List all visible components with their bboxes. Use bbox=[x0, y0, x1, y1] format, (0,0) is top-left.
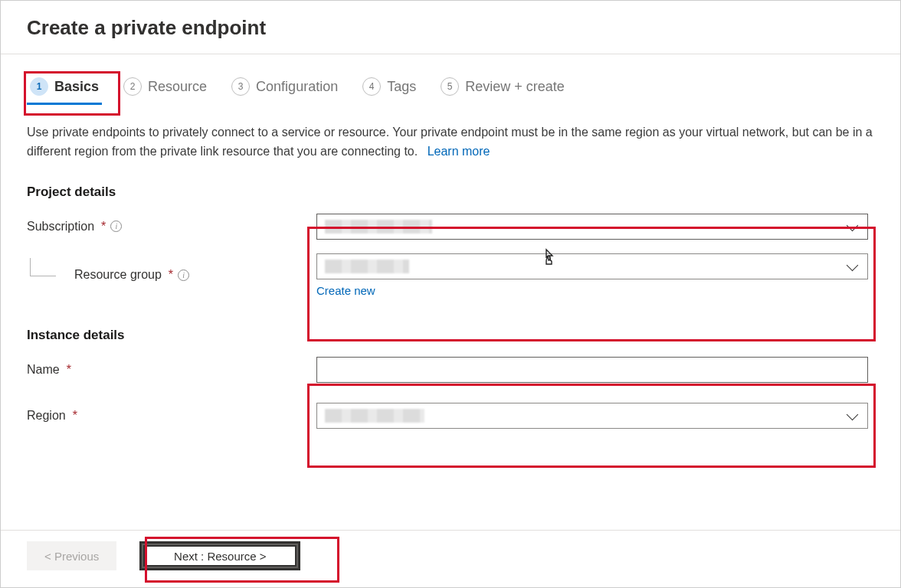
region-select[interactable] bbox=[316, 403, 868, 429]
subscription-select[interactable] bbox=[316, 214, 868, 240]
tab-label: Tags bbox=[387, 79, 416, 95]
chevron-down-icon bbox=[847, 413, 858, 420]
tab-resource[interactable]: 2 Resource bbox=[120, 73, 210, 103]
tab-tags[interactable]: 4 Tags bbox=[359, 73, 419, 103]
name-label: Name bbox=[27, 363, 60, 377]
chevron-down-icon bbox=[847, 264, 858, 270]
redacted-value bbox=[325, 409, 424, 423]
page-description: Use private endpoints to privately conne… bbox=[27, 123, 874, 162]
learn-more-link[interactable]: Learn more bbox=[428, 142, 490, 162]
step-number: 5 bbox=[441, 77, 459, 96]
tab-configuration[interactable]: 3 Configuration bbox=[228, 73, 341, 103]
tab-label: Resource bbox=[148, 79, 207, 95]
info-icon[interactable]: i bbox=[110, 220, 122, 232]
required-asterisk: * bbox=[67, 363, 71, 377]
subscription-label: Subscription bbox=[27, 220, 94, 234]
tab-basics[interactable]: 1 Basics bbox=[27, 73, 102, 103]
previous-button: < Previous bbox=[27, 541, 116, 570]
step-number: 2 bbox=[123, 77, 142, 96]
step-number: 1 bbox=[30, 77, 48, 96]
next-resource-button[interactable]: Next : Resource > bbox=[139, 541, 300, 570]
redacted-value bbox=[325, 260, 409, 273]
chevron-down-icon bbox=[847, 224, 858, 230]
section-instance-details: Instance details bbox=[27, 328, 874, 343]
redacted-value bbox=[325, 220, 432, 234]
tab-label: Basics bbox=[54, 79, 99, 95]
required-asterisk: * bbox=[73, 409, 77, 423]
resource-group-select[interactable] bbox=[316, 253, 868, 279]
required-asterisk: * bbox=[169, 268, 173, 282]
required-asterisk: * bbox=[101, 220, 106, 234]
tab-review-create[interactable]: 5 Review + create bbox=[437, 73, 568, 103]
info-icon[interactable]: i bbox=[178, 270, 189, 281]
region-label: Region bbox=[27, 409, 66, 423]
resource-group-label: Resource group bbox=[74, 268, 162, 282]
create-new-link[interactable]: Create new bbox=[316, 284, 375, 297]
tab-label: Review + create bbox=[465, 79, 565, 95]
wizard-tabs: 1 Basics 2 Resource 3 Configuration 4 Ta… bbox=[27, 73, 874, 103]
section-project-details: Project details bbox=[27, 185, 874, 200]
step-number: 4 bbox=[362, 77, 381, 96]
page-title: Create a private endpoint bbox=[27, 16, 874, 40]
step-number: 3 bbox=[231, 77, 250, 96]
tree-elbow-icon bbox=[30, 258, 56, 276]
name-input[interactable] bbox=[316, 357, 868, 383]
tab-label: Configuration bbox=[256, 79, 338, 95]
